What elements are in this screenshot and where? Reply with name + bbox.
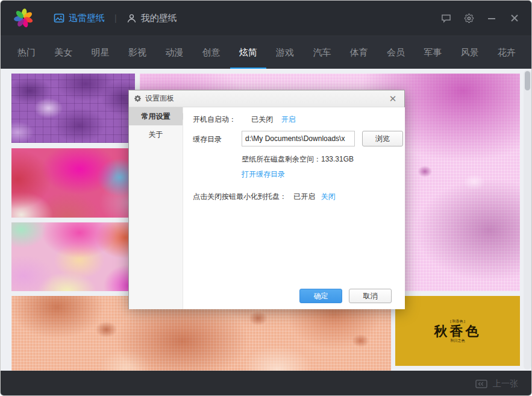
sidebar-item-about[interactable]: 关于 bbox=[129, 125, 183, 143]
tray-disable-link[interactable]: 关闭 bbox=[321, 192, 336, 201]
app-window: 迅雷壁纸 | 我的壁纸 bbox=[0, 0, 532, 396]
dialog-close-icon[interactable]: ✕ bbox=[386, 92, 399, 105]
cache-dir-label: 缓存目录 bbox=[193, 135, 222, 143]
tab-sports[interactable]: 体育 bbox=[349, 36, 369, 69]
wallpaper-thumb-autumn-yellow[interactable]: [ 秋香色 ] 秋香色 秋日之色 bbox=[395, 296, 520, 366]
settings-dialog: 设置面板 ✕ 常用设置 关于 开机自启动： 已关闭 开启 缓存目录 浏览 壁纸所… bbox=[128, 90, 405, 309]
tab-minimal-active[interactable]: 炫简 bbox=[238, 36, 258, 69]
settings-sidebar: 常用设置 关于 bbox=[129, 107, 183, 309]
category-tabbar: 热门 美女 明星 影视 动漫 创意 炫简 游戏 汽车 体育 会员 军事 风景 花… bbox=[1, 36, 532, 69]
tab-beauty[interactable]: 美女 bbox=[53, 36, 74, 69]
sidebar-item-general[interactable]: 常用设置 bbox=[129, 107, 183, 125]
settings-content: 开机自启动： 已关闭 开启 缓存目录 浏览 壁纸所在磁盘剩余空间：133.31G… bbox=[183, 107, 405, 309]
nav-my-wallpapers[interactable]: 我的壁纸 bbox=[127, 13, 177, 24]
close-icon[interactable] bbox=[507, 11, 522, 25]
previous-wallpaper-button[interactable]: 上一张 bbox=[475, 379, 518, 389]
window-controls bbox=[439, 11, 522, 25]
wallpaper-thumb-pink-gradient[interactable] bbox=[11, 148, 135, 218]
tab-games[interactable]: 游戏 bbox=[275, 36, 295, 69]
autostart-status: 已关闭 bbox=[251, 115, 273, 124]
nav-wallpaper-gallery[interactable]: 迅雷壁纸 bbox=[54, 13, 105, 24]
tab-vip[interactable]: 会员 bbox=[386, 36, 406, 69]
minimize-icon[interactable] bbox=[484, 11, 499, 25]
cache-dir-row: 缓存目录 浏览 bbox=[193, 134, 405, 145]
wallpaper-thumb-purple-grid[interactable] bbox=[11, 74, 135, 143]
image-icon bbox=[54, 13, 64, 24]
ok-button[interactable]: 确定 bbox=[299, 289, 342, 303]
titlebar: 迅雷壁纸 | 我的壁纸 bbox=[1, 1, 532, 36]
settings-dialog-header: 设置面板 ✕ bbox=[129, 90, 404, 107]
tab-cars[interactable]: 汽车 bbox=[311, 36, 332, 69]
autostart-label: 开机自启动： bbox=[193, 115, 236, 124]
previous-label: 上一张 bbox=[493, 379, 518, 389]
browse-button[interactable]: 浏览 bbox=[362, 131, 403, 146]
app-logo-pinwheel-icon bbox=[13, 7, 34, 29]
tab-stars[interactable]: 明星 bbox=[90, 36, 111, 69]
dialog-title: 设置面板 bbox=[145, 93, 174, 104]
tray-row: 点击关闭按钮最小化到托盘： 已开启 关闭 bbox=[193, 192, 336, 202]
tray-status: 已开启 bbox=[293, 192, 315, 201]
wallpaper-thumb-pastel-blur[interactable] bbox=[11, 222, 135, 291]
feedback-icon[interactable] bbox=[439, 11, 453, 25]
tab-flowers[interactable]: 花卉 bbox=[496, 36, 517, 69]
tab-military[interactable]: 军事 bbox=[422, 36, 443, 69]
cancel-button[interactable]: 取消 bbox=[349, 289, 392, 303]
my-wallpapers-label: 我的壁纸 bbox=[141, 13, 177, 24]
gear-icon bbox=[134, 95, 142, 102]
prev-image-icon bbox=[475, 379, 488, 389]
scrollbar-thumb[interactable] bbox=[525, 71, 530, 90]
app-title: 迅雷壁纸 bbox=[69, 13, 105, 24]
yellow-card-tiny-bottom: 秋日之色 bbox=[451, 338, 465, 343]
open-cache-dir-link[interactable]: 打开缓存目录 bbox=[242, 169, 285, 180]
tab-scenery[interactable]: 风景 bbox=[460, 36, 480, 69]
titlebar-divider: | bbox=[114, 13, 117, 23]
cache-path-input[interactable] bbox=[242, 131, 355, 146]
user-icon bbox=[127, 13, 137, 24]
bottom-toolbar: 上一张 bbox=[1, 371, 532, 396]
gear-icon[interactable] bbox=[462, 11, 476, 25]
autostart-enable-link[interactable]: 开启 bbox=[281, 115, 296, 124]
disk-space-text: 壁纸所在磁盘剩余空间：133.31GB bbox=[242, 154, 354, 165]
tab-creative[interactable]: 创意 bbox=[201, 36, 221, 69]
autostart-row: 开机自启动： 已关闭 开启 bbox=[193, 115, 296, 125]
yellow-card-title: 秋香色 bbox=[434, 324, 481, 338]
scrollbar-track[interactable] bbox=[524, 70, 531, 369]
tab-movies[interactable]: 影视 bbox=[127, 36, 148, 69]
tab-hot[interactable]: 热门 bbox=[16, 36, 37, 69]
tab-anime[interactable]: 动漫 bbox=[164, 36, 184, 69]
tray-label: 点击关闭按钮最小化到托盘： bbox=[193, 192, 287, 201]
